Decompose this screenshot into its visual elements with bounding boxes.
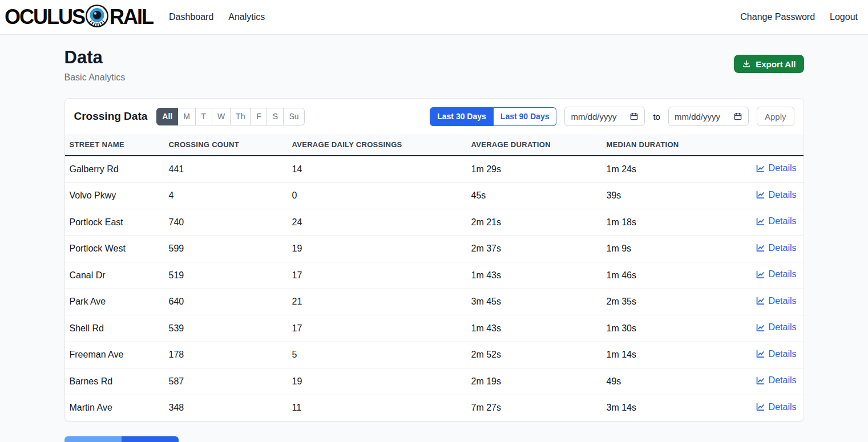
table-row: Freeman Ave 178 5 2m 52s 1m 14s Details xyxy=(65,342,804,368)
details-label: Details xyxy=(769,322,797,332)
last-90-days-button[interactable]: Last 90 Days xyxy=(494,107,557,126)
day-filter-th[interactable]: Th xyxy=(231,108,251,125)
details-link[interactable]: Details xyxy=(756,322,797,332)
day-filter-w[interactable]: W xyxy=(212,108,231,125)
average-daily-crossings-cell: 5 xyxy=(288,342,467,368)
crossing-count-cell: 441 xyxy=(164,156,288,183)
line-chart-icon xyxy=(756,190,765,200)
apply-button[interactable]: Apply xyxy=(757,107,794,126)
export-all-button[interactable]: Export All xyxy=(734,55,804,73)
details-link[interactable]: Details xyxy=(756,190,797,200)
nav-link-dashboard[interactable]: Dashboard xyxy=(169,12,213,22)
details-label: Details xyxy=(769,216,797,226)
street-name-cell: Martin Ave xyxy=(65,395,164,421)
median-duration-cell: 3m 14s xyxy=(602,395,725,421)
street-name-cell: Shell Rd xyxy=(65,315,164,342)
details-link[interactable]: Details xyxy=(756,269,797,279)
day-filter-s[interactable]: S xyxy=(267,108,284,125)
line-chart-icon xyxy=(756,217,765,226)
table-header-row: Street Name Crossing Count Average Daily… xyxy=(65,134,804,156)
date-filter-cluster: Last 30 Days Last 90 Days mm/dd/yyyy to xyxy=(430,107,794,126)
line-chart-icon xyxy=(756,270,765,279)
details-link[interactable]: Details xyxy=(756,216,797,226)
average-duration-cell: 2m 37s xyxy=(467,236,602,262)
eye-logo-icon xyxy=(84,3,110,32)
street-name-cell: Portlock West xyxy=(65,236,164,262)
logo-text-left: OCULUS xyxy=(5,7,84,27)
column-header-crossing-count: Crossing Count xyxy=(164,134,288,156)
average-duration-cell: 1m 43s xyxy=(467,262,602,289)
details-link[interactable]: Details xyxy=(756,375,797,386)
details-link[interactable]: Details xyxy=(756,402,797,412)
date-to-input[interactable]: mm/dd/yyyy xyxy=(668,107,749,126)
brand-logo[interactable]: OCULUS RAIL xyxy=(5,2,153,32)
crossing-data-card: Crossing Data AllMTWThFSSu Last 30 Days … xyxy=(64,98,804,421)
page-header: Data Basic Analytics Export All xyxy=(64,47,804,83)
details-label: Details xyxy=(769,296,797,306)
day-filter-all[interactable]: All xyxy=(156,108,178,125)
details-label: Details xyxy=(769,402,797,412)
crossing-data-table: Street Name Crossing Count Average Daily… xyxy=(65,134,804,421)
average-duration-cell: 45s xyxy=(467,183,602,209)
change-password-link[interactable]: Change Password xyxy=(740,12,815,22)
day-filter-group: AllMTWThFSSu xyxy=(156,108,304,125)
column-header-actions xyxy=(725,134,804,156)
average-daily-crossings-cell: 24 xyxy=(288,209,467,236)
account-nav: Change Password Logout xyxy=(740,12,858,22)
table-row: Galberry Rd 441 14 1m 29s 1m 24s Details xyxy=(65,156,804,183)
median-duration-cell: 1m 24s xyxy=(602,156,725,183)
day-filter-t[interactable]: T xyxy=(196,108,212,125)
download-icon xyxy=(742,59,751,68)
average-duration-cell: 2m 52s xyxy=(467,342,602,368)
day-filter-m[interactable]: M xyxy=(178,108,196,125)
average-daily-crossings-cell: 19 xyxy=(288,368,467,395)
day-filter-su[interactable]: Su xyxy=(284,108,304,125)
day-filter-f[interactable]: F xyxy=(251,108,267,125)
previous-page-button[interactable]: Previous xyxy=(64,436,122,442)
average-duration-cell: 1m 29s xyxy=(467,156,602,183)
crossing-count-cell: 519 xyxy=(164,262,288,289)
crossing-count-cell: 740 xyxy=(164,209,288,236)
line-chart-icon xyxy=(756,164,765,173)
details-link[interactable]: Details xyxy=(756,349,797,359)
date-to-placeholder: mm/dd/yyyy xyxy=(675,112,720,121)
details-link[interactable]: Details xyxy=(756,163,797,173)
calendar-icon[interactable] xyxy=(629,112,639,121)
crossing-count-cell: 587 xyxy=(164,368,288,395)
pagination: Previous Next xyxy=(64,436,804,442)
details-link[interactable]: Details xyxy=(756,296,797,306)
average-duration-cell: 2m 19s xyxy=(467,368,602,395)
average-daily-crossings-cell: 19 xyxy=(288,236,467,262)
calendar-icon[interactable] xyxy=(733,112,742,121)
crossing-count-cell: 4 xyxy=(164,183,288,209)
details-label: Details xyxy=(769,269,797,279)
crossing-count-cell: 640 xyxy=(164,289,288,315)
date-from-input[interactable]: mm/dd/yyyy xyxy=(564,107,645,126)
last-30-days-button[interactable]: Last 30 Days xyxy=(430,107,494,126)
logout-link[interactable]: Logout xyxy=(830,12,858,22)
average-daily-crossings-cell: 21 xyxy=(288,289,467,315)
range-toggle-group: Last 30 Days Last 90 Days xyxy=(430,107,556,126)
median-duration-cell: 1m 14s xyxy=(602,342,725,368)
street-name-cell: Barnes Rd xyxy=(65,368,164,395)
street-name-cell: Volvo Pkwy xyxy=(65,183,164,209)
street-name-cell: Portlock East xyxy=(65,209,164,236)
table-body: Galberry Rd 441 14 1m 29s 1m 24s Details… xyxy=(65,156,804,421)
average-duration-cell: 7m 27s xyxy=(467,395,602,421)
next-page-button[interactable]: Next xyxy=(122,436,179,442)
nav-link-analytics[interactable]: Analytics xyxy=(228,12,265,22)
median-duration-cell: 1m 46s xyxy=(602,262,725,289)
page-subtitle: Basic Analytics xyxy=(64,72,126,83)
logo-text-right: RAIL xyxy=(110,7,153,27)
average-daily-crossings-cell: 0 xyxy=(288,183,467,209)
details-link[interactable]: Details xyxy=(756,243,797,253)
average-duration-cell: 1m 43s xyxy=(467,315,602,342)
column-header-average-daily-crossings: Average Daily Crossings xyxy=(288,134,467,156)
details-label: Details xyxy=(769,375,797,386)
average-daily-crossings-cell: 17 xyxy=(288,262,467,289)
average-duration-cell: 2m 21s xyxy=(467,209,602,236)
section-title: Crossing Data xyxy=(74,110,148,123)
export-all-label: Export All xyxy=(756,59,796,69)
crossing-count-cell: 599 xyxy=(164,236,288,262)
street-name-cell: Canal Dr xyxy=(65,262,164,289)
